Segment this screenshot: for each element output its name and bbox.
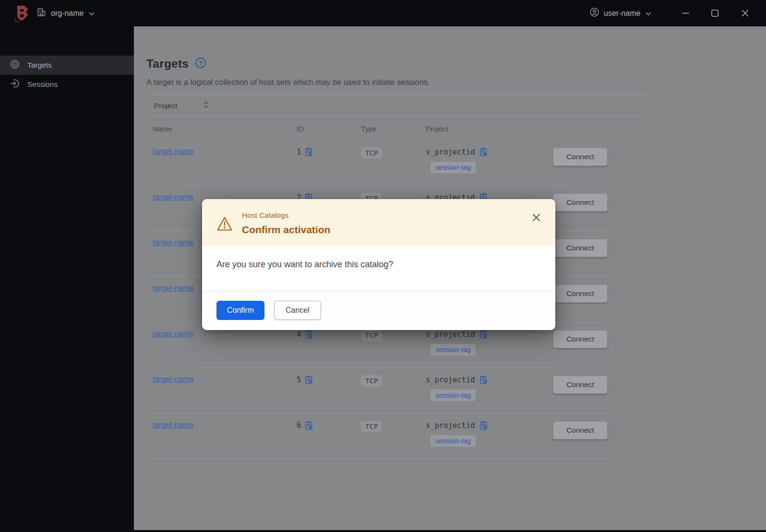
type-badge: TCP <box>361 330 382 341</box>
type-cell: TCP <box>355 368 419 413</box>
warning-triangle-icon <box>216 216 233 246</box>
org-icon <box>36 7 47 19</box>
target-name-link[interactable]: target-name <box>153 147 193 155</box>
table-row: target-name 1 TCP s_projectid <box>146 140 608 186</box>
dialog-footer: Confirm Cancel <box>202 291 555 330</box>
project-cell: s_projectid session-tag <box>419 140 541 185</box>
copy-to-clipboard-icon[interactable] <box>479 375 488 384</box>
copy-to-clipboard-icon[interactable] <box>479 330 488 339</box>
project-cell: s_projectid session-tag <box>419 414 541 459</box>
boundary-logo-icon <box>14 5 29 24</box>
dialog-header: Host Catalogs Confirm activation <box>202 199 555 246</box>
chevron-down-icon <box>89 9 95 18</box>
actions-cell: Connect <box>541 414 608 459</box>
type-badge: TCP <box>361 375 382 387</box>
target-id-value: 5 <box>297 376 301 384</box>
type-cell: TCP <box>355 140 419 185</box>
connect-button[interactable]: Connect <box>553 421 608 439</box>
user-menu[interactable]: user-name <box>589 0 651 26</box>
copy-to-clipboard-icon[interactable] <box>304 330 313 339</box>
sidebar-item-targets[interactable]: Targets <box>0 56 134 75</box>
target-name-link[interactable]: target-name <box>153 330 193 338</box>
sidebar-item-sessions[interactable]: Sessions <box>0 75 134 94</box>
type-badge: TCP <box>361 147 382 159</box>
connect-button[interactable]: Connect <box>553 148 608 166</box>
id-cell: 6 <box>290 414 355 459</box>
table-row: target-name 5 TCP s_projectid <box>146 368 608 414</box>
window-close-button[interactable] <box>735 0 754 26</box>
page-title: Targets <box>146 57 189 71</box>
confirm-button[interactable]: Confirm <box>216 301 264 320</box>
org-switcher[interactable]: org-name <box>36 0 95 26</box>
window-minimize-button[interactable] <box>676 0 695 26</box>
actions-cell: Connect <box>541 140 608 185</box>
titlebar: org-name user-name <box>0 0 766 26</box>
project-cell: s_projectid session-tag <box>419 368 541 413</box>
svg-text:?: ? <box>199 59 203 67</box>
window-maximize-button[interactable] <box>705 0 724 26</box>
actions-cell: Connect <box>541 368 608 413</box>
sidebar-item-label: Sessions <box>27 80 58 89</box>
dialog-close-button[interactable] <box>530 212 542 223</box>
project-id-value: s_projectid <box>426 330 475 339</box>
name-cell: target-name <box>146 140 290 185</box>
target-id-value: 4 <box>297 330 301 339</box>
dialog-tagline: Host Catalogs <box>242 211 330 220</box>
session-tag-link[interactable]: session-tag <box>431 390 476 401</box>
org-name-label: org-name <box>51 9 84 18</box>
confirm-activation-dialog: Host Catalogs Confirm activation Are you… <box>202 199 555 330</box>
id-cell: 5 <box>290 368 355 413</box>
session-tag-link[interactable]: session-tag <box>431 435 476 447</box>
target-name-link[interactable]: target-name <box>153 375 193 383</box>
column-header-project: Project <box>419 125 541 133</box>
name-cell: target-name <box>146 414 290 459</box>
connect-button[interactable]: Connect <box>553 330 608 348</box>
project-id-value: s_projectid <box>426 148 475 156</box>
sidebar-item-label: Targets <box>27 61 52 70</box>
column-header-id: ID <box>290 125 355 133</box>
copy-to-clipboard-icon[interactable] <box>479 421 488 430</box>
id-cell: 1 <box>290 140 355 185</box>
session-enter-icon <box>10 79 20 90</box>
help-icon[interactable]: ? <box>195 57 206 71</box>
dialog-title: Confirm activation <box>242 224 330 236</box>
session-tag-link[interactable]: session-tag <box>431 162 476 173</box>
session-tag-link[interactable]: session-tag <box>431 344 476 355</box>
name-cell: target-name <box>146 368 290 413</box>
target-name-link[interactable]: target-name <box>153 421 193 429</box>
project-filter-label: Project <box>154 102 177 110</box>
column-header-type: Type <box>355 125 419 133</box>
dialog-message: Are you sure you want to archive this ca… <box>202 246 555 291</box>
copy-to-clipboard-icon[interactable] <box>304 375 313 384</box>
project-filter-dropdown[interactable]: Project <box>146 95 646 117</box>
connect-button[interactable]: Connect <box>553 284 608 303</box>
table-header-row: Name ID Type Project <box>146 117 608 140</box>
connect-button[interactable]: Connect <box>553 239 608 257</box>
connect-button[interactable]: Connect <box>553 193 608 212</box>
chevron-down-icon <box>646 9 651 18</box>
target-name-link[interactable]: target-name <box>153 238 193 247</box>
target-name-link[interactable]: target-name <box>153 284 193 292</box>
copy-to-clipboard-icon[interactable] <box>304 421 313 430</box>
target-id-value: 1 <box>297 148 301 156</box>
type-cell: TCP <box>355 414 419 459</box>
project-id-value: s_projectid <box>426 376 475 384</box>
project-id-value: s_projectid <box>426 421 475 430</box>
connect-button[interactable]: Connect <box>553 376 608 394</box>
cancel-button[interactable]: Cancel <box>274 301 321 320</box>
column-header-name: Name <box>146 125 290 133</box>
table-row: target-name 6 TCP s_projectid <box>146 414 608 459</box>
user-icon <box>589 7 599 19</box>
target-icon <box>10 59 20 71</box>
copy-to-clipboard-icon[interactable] <box>479 147 488 156</box>
sort-chevrons-icon <box>203 101 209 111</box>
target-id-value: 6 <box>297 421 301 430</box>
page-description: A target is a logical collection of host… <box>146 78 766 87</box>
copy-to-clipboard-icon[interactable] <box>304 147 313 156</box>
type-badge: TCP <box>361 421 382 432</box>
user-name-label: user-name <box>604 9 640 18</box>
target-name-link[interactable]: target-name <box>153 193 193 201</box>
sidebar: Targets Sessions <box>0 26 134 532</box>
